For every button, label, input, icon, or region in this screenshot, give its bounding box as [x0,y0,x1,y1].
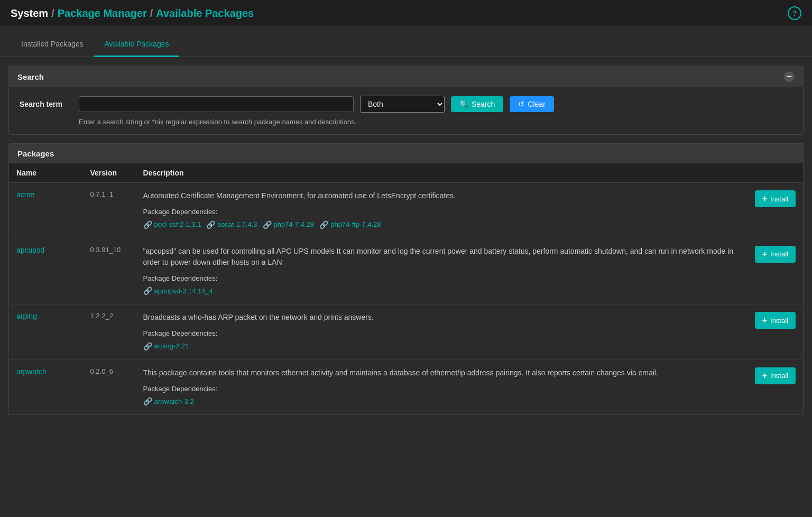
pkg-deps: Package Dependencies:🔗 apcupsd-3.14.14_4 [143,273,740,297]
search-section: Search − Search term Both Name only Desc… [8,66,804,135]
pkg-action-cell-arping: + Install [748,304,804,360]
install-button-arpwatch[interactable]: + Install [755,367,796,384]
pkg-dep-link[interactable]: 🔗 arpwatch-3.2 [143,396,194,407]
breadcrumb-system: System [11,7,48,20]
search-row: Search term Both Name only Description o… [20,96,792,113]
pkg-action-cell-acme: + Install [748,183,804,238]
pkg-name-apcupsd[interactable]: apcupsd [9,238,83,304]
pkg-description-arpwatch: This package contains tools that monitor… [136,359,748,415]
pkg-version-arping: 1.2.2_2 [83,304,136,360]
help-icon[interactable]: ? [788,6,801,20]
pkg-dep-link[interactable]: 🔗 socat-1.7.4.3 [206,219,257,230]
col-header-description: Description [136,163,748,183]
col-header-version: Version [83,163,136,183]
search-label: Search term [20,100,72,108]
table-row: arpwatch0.2.0_6This package contains too… [9,359,804,415]
breadcrumb: System / Package Manager / Available Pac… [11,7,254,20]
dep-icon: 🔗 [143,396,152,407]
pkg-dep-links: 🔗 arpwatch-3.2 [143,396,740,407]
pkg-desc-text: Broadcasts a who-has ARP packet on the n… [143,312,740,323]
pkg-version-arpwatch: 0.2.0_6 [83,359,136,415]
dep-icon: 🔗 [206,219,215,230]
breadcrumb-sep-1: / [51,7,54,20]
table-row: apcupsd0.3.91_10"apcupsd" can be used fo… [9,238,804,304]
pkg-description-apcupsd: "apcupsd" can be used for controlling al… [136,238,748,304]
search-input[interactable] [79,96,354,112]
plus-icon: + [762,194,767,204]
pkg-dep-link[interactable]: 🔗 php74-7.4.28 [263,219,315,230]
search-filter-select[interactable]: Both Name only Description only [360,96,445,113]
table-header-row: Name Version Description [9,163,804,183]
search-section-header: Search − [9,66,803,87]
packages-section: Packages Name Version Description acme0.… [8,143,804,415]
pkg-deps: Package Dependencies:🔗 arpwatch-3.2 [143,384,740,408]
table-row: arping1.2.2_2Broadcasts a who-has ARP pa… [9,304,804,360]
col-header-name: Name [9,163,83,183]
tab-available-packages[interactable]: Available Packages [94,32,180,57]
breadcrumb-available-packages[interactable]: Available Packages [156,7,254,20]
refresh-icon: ↺ [518,100,524,108]
dep-icon: 🔗 [319,219,328,230]
dep-icon: 🔗 [143,219,152,230]
pkg-dep-link[interactable]: 🔗 arping-2.21 [143,341,189,352]
pkg-dep-link[interactable]: 🔗 pecl-ssh2-1.3.1 [143,219,201,230]
pkg-name-acme[interactable]: acme [9,183,83,238]
plus-icon: + [762,250,767,259]
pkg-deps-label: Package Dependencies: [143,328,740,339]
pkg-deps: Package Dependencies:🔗 arping-2.21 [143,328,740,352]
search-section-title: Search [17,72,44,81]
search-icon: 🔍 [459,100,468,108]
pkg-dep-links: 🔗 apcupsd-3.14.14_4 [143,285,740,297]
tab-installed-packages[interactable]: Installed Packages [11,32,94,57]
pkg-dep-links: 🔗 arping-2.21 [143,341,740,352]
pkg-description-acme: Automated Certificate Management Environ… [136,183,748,238]
pkg-desc-text: "apcupsd" can be used for controlling al… [143,246,740,268]
dep-icon: 🔗 [143,341,152,352]
pkg-deps: Package Dependencies:🔗 pecl-ssh2-1.3.1🔗 … [143,207,740,230]
pkg-deps-label: Package Dependencies: [143,273,740,284]
pkg-action-cell-arpwatch: + Install [748,359,804,415]
dep-icon: 🔗 [143,285,152,297]
pkg-desc-text: This package contains tools that monitor… [143,367,740,378]
plus-icon: + [762,316,767,325]
breadcrumb-package-manager[interactable]: Package Manager [58,7,147,20]
search-button[interactable]: 🔍 Search [451,96,503,112]
pkg-name-arpwatch[interactable]: arpwatch [9,359,83,415]
clear-button[interactable]: ↺ Clear [510,96,553,112]
packages-table: Name Version Description acme0.7.1_1Auto… [8,163,804,415]
install-button-acme[interactable]: + Install [755,190,796,207]
breadcrumb-sep-2: / [150,7,153,20]
col-header-action [748,163,804,183]
pkg-version-acme: 0.7.1_1 [83,183,136,238]
collapse-icon[interactable]: − [784,71,795,82]
pkg-desc-text: Automated Certificate Management Environ… [143,190,740,201]
pkg-version-apcupsd: 0.3.91_10 [83,238,136,304]
pkg-deps-label: Package Dependencies: [143,207,740,217]
pkg-dep-link[interactable]: 🔗 apcupsd-3.14.14_4 [143,285,213,297]
pkg-name-arping[interactable]: arping [9,304,83,360]
install-button-apcupsd[interactable]: + Install [755,246,796,263]
tabs-container: Installed Packages Available Packages [0,32,812,57]
pkg-deps-label: Package Dependencies: [143,384,740,394]
packages-section-title: Packages [8,143,804,163]
pkg-action-cell-apcupsd: + Install [748,238,804,304]
pkg-description-arping: Broadcasts a who-has ARP packet on the n… [136,304,748,360]
top-header: System / Package Manager / Available Pac… [0,0,812,27]
search-section-body: Search term Both Name only Description o… [9,87,803,134]
install-button-arping[interactable]: + Install [755,312,796,329]
pkg-dep-links: 🔗 pecl-ssh2-1.3.1🔗 socat-1.7.4.3🔗 php74-… [143,219,740,230]
search-hint: Enter a search string or *nix regular ex… [79,118,792,126]
plus-icon: + [762,371,767,381]
pkg-dep-link[interactable]: 🔗 php74-ftp-7.4.28 [319,219,381,230]
dep-icon: 🔗 [263,219,272,230]
table-row: acme0.7.1_1Automated Certificate Managem… [9,183,804,238]
